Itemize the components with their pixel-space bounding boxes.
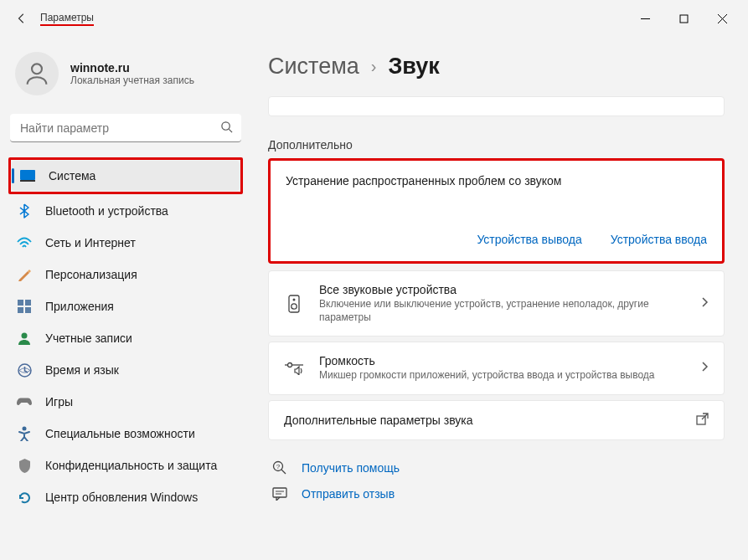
profile-name: winnote.ru (70, 61, 194, 74)
svg-text:?: ? (276, 463, 281, 470)
svg-rect-9 (18, 300, 23, 306)
svg-point-20 (288, 362, 292, 367)
update-icon (17, 490, 32, 505)
search-box[interactable] (10, 114, 241, 142)
feedback-label: Отправить отзыв (302, 487, 395, 501)
help-icon: ? (271, 460, 288, 475)
more-sound-row[interactable]: Дополнительные параметры звука (268, 400, 725, 440)
breadcrumb-current: Звук (388, 54, 439, 80)
svg-rect-1 (680, 15, 688, 23)
svg-point-5 (222, 122, 230, 130)
apps-icon (17, 299, 32, 314)
svg-point-4 (32, 64, 42, 74)
chevron-right-icon (700, 296, 709, 311)
volume-row[interactable]: Громкость Микшер громкости приложений, у… (268, 342, 725, 395)
chevron-right-icon: › (371, 57, 377, 76)
system-icon (20, 168, 35, 183)
row-title: Громкость (319, 354, 685, 367)
close-button[interactable] (703, 5, 741, 32)
speaker-icon (284, 295, 304, 313)
sidebar-item-accounts[interactable]: Учетные записи (8, 323, 243, 353)
search-icon (220, 121, 233, 136)
sidebar-item-time[interactable]: Время и язык (8, 355, 243, 385)
svg-rect-7 (20, 170, 35, 180)
sidebar-item-gaming[interactable]: Игры (8, 387, 243, 417)
sidebar-item-bluetooth[interactable]: Bluetooth и устройства (8, 196, 243, 226)
svg-rect-25 (273, 488, 286, 497)
svg-point-18 (291, 303, 297, 308)
sidebar-item-label: Bluetooth и устройства (45, 204, 168, 218)
feedback-icon (271, 487, 288, 501)
input-devices-link[interactable]: Устройства ввода (611, 233, 707, 246)
row-title: Дополнительные параметры звука (284, 414, 681, 427)
sidebar-item-label: Система (49, 169, 95, 182)
sidebar-item-label: Специальные возможности (45, 427, 195, 440)
minimize-button[interactable] (626, 5, 664, 32)
window-title: Параметры (40, 12, 94, 26)
help-label: Получить помощь (302, 461, 400, 475)
time-icon (17, 362, 32, 378)
sidebar-item-accessibility[interactable]: Специальные возможности (8, 419, 243, 449)
row-subtitle: Включение или выключение устройств, устр… (319, 298, 685, 324)
search-input[interactable] (10, 114, 241, 142)
chevron-right-icon (700, 361, 709, 375)
sidebar-item-apps[interactable]: Приложения (8, 291, 243, 321)
avatar (15, 52, 59, 95)
all-devices-row[interactable]: Все звуковые устройства Включение или вы… (268, 270, 725, 337)
sidebar-item-label: Учетные записи (45, 331, 132, 345)
svg-point-15 (23, 427, 27, 431)
sidebar-item-system[interactable]: Система (12, 161, 240, 191)
profile-block[interactable]: winnote.ru Локальная учетная запись (8, 37, 243, 110)
network-icon (17, 235, 32, 250)
sidebar-item-network[interactable]: Сеть и Интернет (8, 228, 243, 258)
get-help-link[interactable]: ? Получить помощь (271, 460, 725, 475)
svg-point-13 (22, 333, 28, 339)
troubleshoot-title: Устранение распространенных проблем со з… (286, 174, 707, 188)
sidebar-item-privacy[interactable]: Конфиденциальность и защита (8, 450, 243, 480)
sidebar-item-label: Время и язык (45, 363, 119, 377)
profile-sub: Локальная учетная запись (70, 74, 194, 86)
sidebar-item-label: Приложения (45, 300, 114, 313)
breadcrumb-parent[interactable]: Система (268, 54, 359, 80)
sidebar-item-label: Сеть и Интернет (45, 236, 136, 249)
volume-slider-icon (284, 362, 304, 375)
bluetooth-icon (17, 203, 32, 218)
svg-rect-11 (18, 307, 23, 313)
row-subtitle: Микшер громкости приложений, устройства … (319, 369, 685, 383)
sidebar-item-label: Игры (45, 395, 73, 408)
sidebar-item-update[interactable]: Центр обновления Windows (8, 482, 243, 512)
section-title: Дополнительно (268, 138, 725, 152)
svg-rect-8 (20, 180, 35, 182)
accessibility-icon (17, 426, 32, 441)
back-button[interactable] (7, 3, 37, 33)
svg-rect-12 (25, 307, 31, 313)
breadcrumb: Система › Звук (268, 54, 725, 80)
svg-rect-10 (25, 300, 31, 306)
feedback-link[interactable]: Отправить отзыв (271, 487, 725, 501)
maximize-button[interactable] (664, 5, 703, 32)
collapsed-row (268, 96, 725, 116)
svg-line-24 (281, 470, 286, 474)
personalization-icon (17, 267, 32, 282)
output-devices-link[interactable]: Устройства вывода (477, 233, 581, 246)
accounts-icon (17, 331, 32, 346)
external-link-icon (696, 413, 709, 428)
sidebar-item-label: Персонализация (45, 268, 137, 281)
gaming-icon (17, 394, 32, 409)
troubleshoot-card: Устранение распространенных проблем со з… (268, 158, 725, 264)
row-title: Все звуковые устройства (319, 283, 685, 296)
svg-line-6 (229, 129, 232, 132)
sidebar-item-label: Конфиденциальность и защита (45, 459, 217, 472)
privacy-icon (17, 458, 32, 473)
sidebar-item-personalization[interactable]: Персонализация (8, 259, 243, 290)
svg-point-17 (293, 298, 296, 301)
sidebar-item-label: Центр обновления Windows (45, 491, 198, 504)
